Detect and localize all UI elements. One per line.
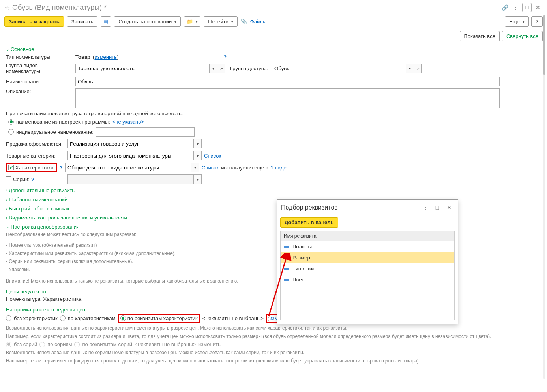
radio-no-series (6, 342, 11, 347)
sale-input[interactable] (67, 139, 194, 148)
add-to-panel-button[interactable]: Добавить в панель (280, 217, 338, 228)
price-note4: Например, если серии идентифицируются ср… (6, 357, 541, 365)
dropdown-icon[interactable]: ▾ (194, 151, 202, 160)
link-icon[interactable]: 🔗 (500, 3, 510, 12)
char-input[interactable] (65, 163, 191, 172)
label-series: Серии: (13, 176, 30, 182)
kebab-icon[interactable]: ⋮ (421, 203, 430, 212)
maximize-icon[interactable]: □ (522, 3, 532, 12)
section-price[interactable]: ⌄Настройка ценообразования (6, 221, 541, 231)
help-icon[interactable]: ? (31, 176, 34, 182)
label-cat: Товарные категории: (6, 153, 65, 159)
scroll-thumb[interactable] (543, 15, 545, 75)
section-tpl[interactable]: ›Шаблоны наименований (6, 194, 541, 203)
more-button[interactable]: Еще (505, 16, 528, 27)
cat-list-link[interactable]: Список (204, 153, 221, 159)
dropdown-icon[interactable]: ▾ (194, 139, 202, 148)
price-intro: Ценообразование может вестись по следующ… (6, 231, 541, 239)
section-main[interactable]: ⌄Основное (6, 44, 541, 53)
clip-icon: 📎 (241, 19, 247, 24)
custom-print-input[interactable] (96, 127, 195, 137)
type-change-link[interactable]: изменить (94, 54, 117, 60)
series-change-link: изменить (198, 341, 221, 347)
open-icon[interactable]: ↗ (414, 64, 422, 73)
label-s1: без серий (14, 341, 37, 347)
help-icon[interactable]: ? (223, 54, 227, 60)
tag-icon (284, 257, 289, 259)
tag-icon (284, 246, 289, 248)
label-s2: по сериям (47, 341, 72, 347)
char-text: используется еще в (221, 165, 268, 171)
series-checkbox[interactable] (6, 176, 11, 182)
label-print-r2: индивидуальное наименование: (16, 129, 94, 135)
radio-by-req[interactable] (120, 315, 126, 321)
save-button[interactable]: Записать (67, 16, 98, 27)
tag-icon (284, 279, 289, 281)
radio-print-program[interactable] (8, 119, 14, 125)
desc-input[interactable] (75, 88, 500, 108)
radio-by-char[interactable] (60, 315, 66, 321)
radio-no-char[interactable] (6, 315, 11, 321)
price-note1: Возможность использования данных по хара… (6, 324, 541, 332)
label-type: Тип номенклатуры: (6, 54, 73, 60)
value-type: Товар (75, 54, 90, 60)
scrollbar[interactable] (543, 15, 545, 379)
price-note3: Возможность использования данных по сери… (6, 349, 541, 357)
help-button[interactable]: ? (531, 16, 543, 27)
report-button[interactable]: ▤ (101, 16, 111, 27)
price-b1: - Номенклатура (обязательный реквизит) (6, 241, 541, 249)
name-input[interactable] (75, 77, 500, 86)
help-icon[interactable]: ? (60, 165, 63, 171)
label-group: Группа видов номенклатуры: (6, 62, 73, 74)
price-b4: - Упаковки. (6, 266, 541, 274)
grid-row[interactable]: Тип кожи (281, 263, 454, 274)
radio-print-custom[interactable] (8, 129, 14, 135)
folder-button[interactable]: 📁 (184, 16, 200, 27)
char-list-link[interactable]: Список (202, 165, 219, 171)
grid-row[interactable]: Цвет (281, 274, 454, 285)
tag-icon (284, 268, 289, 270)
section-quick[interactable]: ›Быстрый отбор в списках (6, 203, 541, 212)
label-r2: по характеристикам (68, 315, 116, 321)
save-close-button[interactable]: Записать и закрыть (4, 16, 64, 27)
collapse-all-button[interactable]: Свернуть все (502, 31, 543, 41)
label-name: Наименование: (6, 79, 73, 84)
dropdown-icon[interactable]: ▾ (210, 64, 217, 73)
dropdown-icon[interactable]: ▾ (191, 163, 199, 172)
show-all-button[interactable]: Показать все (460, 31, 500, 41)
print-value-link[interactable]: <не указано> (112, 119, 144, 125)
label-access: Группа доступа: (230, 66, 270, 71)
grid-body[interactable]: Полнота Размер Тип кожи Цвет (280, 241, 455, 320)
grid-header: Имя реквизита (280, 231, 455, 241)
char-more-link[interactable]: 1 виде (271, 165, 287, 171)
section-vis[interactable]: ›Видимость, контроль заполнения и уникал… (6, 212, 541, 221)
grid-row[interactable]: Полнота (281, 241, 454, 252)
requisites-popup: Подбор реквизитов ⋮ □ ✕ Добавить в панел… (277, 199, 458, 324)
close-icon[interactable]: ✕ (444, 203, 454, 212)
dropdown-icon[interactable]: ▾ (406, 64, 414, 73)
cat-input[interactable] (67, 151, 194, 160)
group-input[interactable] (75, 64, 210, 73)
window-title: Обувь (Вид номенклатуры) * (12, 4, 107, 12)
maximize-icon[interactable]: □ (433, 203, 442, 212)
files-link[interactable]: Файлы (250, 19, 266, 24)
label-sale: Продажа оформляется: (6, 141, 65, 147)
series-input[interactable] (67, 174, 194, 184)
kebab-icon[interactable]: ⋮ (511, 3, 521, 12)
access-input[interactable] (272, 64, 406, 73)
radio-by-series-req (74, 342, 80, 347)
goto-button[interactable]: Перейти (204, 16, 238, 27)
section-extra[interactable]: ›Дополнительные реквизиты (6, 185, 541, 194)
favorite-icon[interactable]: ☆ (4, 4, 10, 11)
label-print-r1: наименование из настроек программы: (16, 119, 110, 125)
series-not-selected: <Реквизиты не выбраны> (135, 341, 196, 347)
radio-by-series (39, 342, 45, 347)
open-icon[interactable]: ↗ (217, 64, 225, 73)
grid-row[interactable]: Размер (281, 252, 454, 263)
dropdown-icon[interactable]: ▾ (194, 174, 202, 184)
close-icon[interactable]: ✕ (533, 3, 543, 12)
char-checkbox[interactable]: ✔ (8, 165, 14, 170)
price-b2: - Характеристики или реквизиты характери… (6, 249, 541, 258)
popup-title: Подбор реквизитов (281, 204, 338, 211)
create-based-button[interactable]: Создать на основании (114, 16, 181, 27)
